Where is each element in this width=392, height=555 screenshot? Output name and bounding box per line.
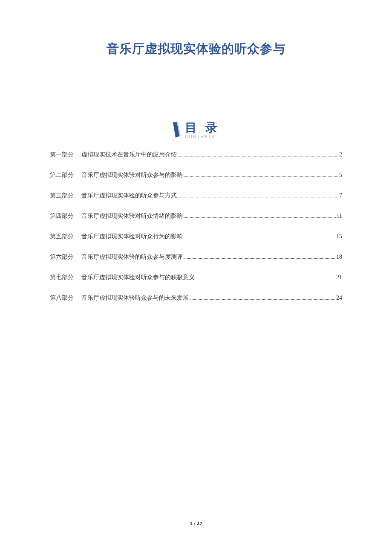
page-footer: 1 / 27 [0, 520, 392, 527]
toc-entry[interactable]: 第七部分 音乐厅虚拟现实体验对听众参与的积极意义 21 [50, 274, 342, 281]
document-page: 音乐厅虚拟现实体验的听众参与 目 录 CONTENTS 第一部分 虚拟现实技术在… [0, 0, 392, 302]
toc-item-title: 音乐厅虚拟现实体验对听众行为的影响 [81, 233, 183, 240]
toc-part-label: 第二部分 [50, 171, 74, 179]
toc-list: 第一部分 虚拟现实技术在音乐厅中的应用介绍 2 第二部分 音乐厅虚拟现实体验对听… [50, 151, 342, 302]
toc-leader-dots [184, 238, 335, 238]
toc-page-number: 2 [339, 151, 342, 158]
toc-part-label: 第七部分 [50, 274, 74, 281]
toc-part-label: 第八部分 [50, 294, 74, 302]
toc-page-number: 24 [336, 295, 342, 301]
toc-entry[interactable]: 第一部分 虚拟现实技术在音乐厅中的应用介绍 2 [50, 151, 342, 159]
toc-part-label: 第五部分 [50, 233, 74, 240]
toc-page-number: 21 [336, 274, 342, 281]
toc-leader-dots [178, 156, 338, 156]
toc-leader-dots [184, 258, 335, 259]
page-total: 27 [197, 520, 202, 526]
toc-entry[interactable]: 第四部分 音乐厅虚拟现实体验对听众情绪的影响 11 [50, 212, 342, 220]
toc-page-number: 15 [336, 233, 342, 240]
toc-item-title: 虚拟现实技术在音乐厅中的应用介绍 [81, 151, 177, 159]
toc-heading: 目 录 [185, 121, 220, 135]
toc-item-title: 音乐厅虚拟现实体验听众参与的未来发展 [81, 294, 189, 302]
toc-leader-dots [196, 279, 335, 279]
toc-page-number: 11 [337, 213, 342, 220]
toc-part-label: 第三部分 [50, 192, 74, 199]
toc-title-group: 目 录 CONTENTS [185, 121, 220, 139]
toc-item-title: 音乐厅虚拟现实体验对听众参与的影响 [81, 171, 183, 179]
toc-page-number: 5 [339, 172, 342, 179]
toc-leader-dots [190, 299, 335, 300]
toc-part-label: 第六部分 [50, 253, 74, 261]
toc-leader-dots [184, 217, 336, 218]
toc-entry[interactable]: 第三部分 音乐厅虚拟现实体验的听众参与方式 7 [50, 192, 342, 199]
toc-subheading: CONTENTS [185, 134, 220, 139]
toc-page-number: 18 [336, 254, 342, 260]
toc-item-title: 音乐厅虚拟现实体验对听众情绪的影响 [81, 212, 183, 220]
toc-part-label: 第一部分 [50, 151, 74, 159]
toc-decoration-icon [172, 121, 182, 139]
toc-page-number: 7 [339, 192, 342, 199]
toc-entry[interactable]: 第六部分 音乐厅虚拟现实体验的听众参与度测评 18 [50, 253, 342, 261]
toc-header: 目 录 CONTENTS [50, 121, 342, 139]
toc-item-title: 音乐厅虚拟现实体验的听众参与方式 [81, 192, 177, 199]
toc-entry[interactable]: 第八部分 音乐厅虚拟现实体验听众参与的未来发展 24 [50, 294, 342, 302]
toc-item-title: 音乐厅虚拟现实体验对听众参与的积极意义 [81, 274, 195, 281]
toc-entry[interactable]: 第五部分 音乐厅虚拟现实体验对听众行为的影响 15 [50, 233, 342, 240]
toc-leader-dots [184, 176, 338, 177]
toc-part-label: 第四部分 [50, 212, 74, 220]
toc-entry[interactable]: 第二部分 音乐厅虚拟现实体验对听众参与的影响 5 [50, 171, 342, 179]
page-separator: / [193, 520, 197, 526]
toc-leader-dots [178, 197, 338, 197]
toc-item-title: 音乐厅虚拟现实体验的听众参与度测评 [81, 253, 183, 261]
document-title: 音乐厅虚拟现实体验的听众参与 [50, 40, 342, 58]
